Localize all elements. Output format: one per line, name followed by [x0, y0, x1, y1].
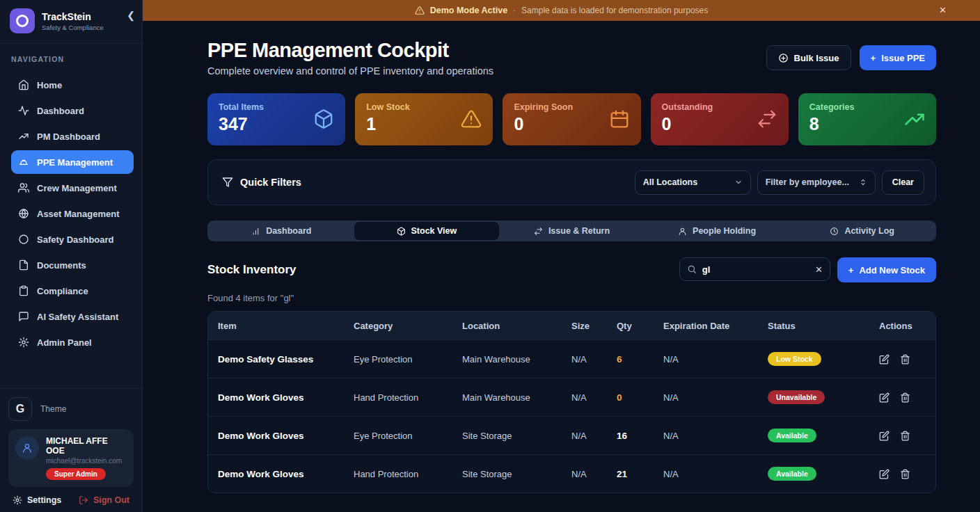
page-subtitle: Complete overview and control of PPE inv…	[207, 65, 493, 77]
clear-filters-button[interactable]: Clear	[882, 170, 924, 195]
view-tabs: Dashboard Stock View Issue & Return Peop…	[207, 221, 936, 241]
delete-button[interactable]	[900, 354, 910, 365]
person-icon	[678, 227, 687, 236]
sidebar-item-crew-management[interactable]: Crew Management	[11, 176, 134, 200]
cell-expiration: N/A	[663, 354, 768, 365]
stock-search[interactable]: ✕	[679, 257, 830, 281]
edit-button[interactable]	[879, 354, 890, 365]
cell-category: Hand Protection	[354, 469, 462, 479]
nav-label-ai-safety-assistant: AI Safety Assistant	[37, 312, 118, 322]
trash-icon	[900, 392, 910, 403]
banner-close-icon[interactable]: ✕	[939, 5, 947, 15]
col-expiration: Expiration Date	[663, 321, 768, 331]
add-new-stock-button[interactable]: + Add New Stock	[837, 257, 936, 282]
cell-qty: 6	[617, 354, 663, 365]
edit-button[interactable]	[879, 469, 890, 479]
sidebar-item-documents[interactable]: Documents	[11, 253, 134, 277]
status-badge: Available	[768, 467, 816, 481]
cell-location: Main Warehouse	[462, 354, 571, 365]
theme-label: Theme	[40, 404, 66, 414]
banner-message: Sample data is loaded for demonstration …	[521, 6, 708, 15]
bulk-issue-button[interactable]: Bulk Issue	[766, 45, 851, 70]
status-badge: Low Stock	[768, 352, 821, 366]
col-item: Item	[218, 321, 354, 331]
tab-activity-log[interactable]: Activity Log	[789, 222, 935, 240]
cell-location: Main Warehouse	[462, 392, 571, 403]
plus-circle-icon	[778, 53, 789, 63]
user-email: michael@trackstein.com	[46, 457, 127, 465]
col-size: Size	[571, 321, 617, 331]
banner-title: Demo Mode Active	[430, 6, 507, 15]
cell-category: Eye Protection	[354, 431, 462, 441]
edit-icon	[879, 469, 890, 479]
tab-people-holding[interactable]: People Holding	[645, 222, 790, 240]
calendar-icon	[609, 109, 630, 132]
page-title: PPE Management Cockpit	[207, 39, 493, 62]
chat-icon	[18, 311, 29, 322]
stat-low-stock: Low Stock 1	[355, 93, 493, 145]
page-header: PPE Management Cockpit Complete overview…	[207, 39, 936, 77]
stat-categories: Categories 8	[798, 93, 936, 145]
sidebar-item-dashboard[interactable]: Dashboard	[11, 99, 134, 122]
user-card[interactable]: MICHAEL AFFE OOE michael@trackstein.com …	[8, 429, 134, 487]
tab-stock-view[interactable]: Stock View	[354, 222, 500, 240]
brand: TrackStein Safety & Compliance ❮	[0, 0, 142, 44]
tab-dashboard[interactable]: Dashboard	[209, 222, 354, 240]
tab-label: Stock View	[411, 226, 457, 236]
cell-location: Site Storage	[462, 469, 571, 479]
sidebar-item-safety-dashboard[interactable]: Safety Dashboard	[11, 227, 134, 251]
stat-cards: Total Items 347 Low Stock 1	[207, 93, 936, 145]
tab-label: Activity Log	[844, 226, 894, 236]
cell-location: Site Storage	[462, 431, 571, 441]
edit-button[interactable]	[879, 431, 890, 441]
sidebar-item-home[interactable]: Home	[11, 73, 134, 97]
sidebar-footer: G Theme MICHAEL AFFE OOE michael@trackst…	[0, 388, 142, 512]
demo-banner: Demo Mode Active · Sample data is loaded…	[143, 0, 980, 21]
warning-icon	[415, 6, 425, 15]
sidebar-item-admin-panel[interactable]: Admin Panel	[11, 330, 134, 354]
sidebar-item-ai-safety-assistant[interactable]: AI Safety Assistant	[11, 305, 134, 328]
sidebar-item-compliance[interactable]: Compliance	[11, 279, 134, 303]
warning-icon	[461, 109, 482, 132]
avatar	[15, 436, 39, 460]
stock-search-input[interactable]	[702, 264, 809, 275]
delete-button[interactable]	[900, 431, 910, 441]
nav-label-crew-management: Crew Management	[37, 183, 117, 193]
home-icon	[18, 79, 29, 90]
sidebar-item-asset-management[interactable]: Asset Management	[11, 202, 134, 225]
trash-icon	[900, 469, 910, 479]
tab-issue-return[interactable]: Issue & Return	[499, 222, 645, 240]
nav-section-label: NAVIGATION	[11, 55, 134, 63]
edit-icon	[879, 431, 890, 441]
cell-item: Demo Work Gloves	[218, 431, 354, 441]
transfer-icon	[757, 109, 777, 132]
quick-filters-panel: Quick Filters All Locations Filter by em…	[207, 159, 936, 205]
edit-button[interactable]	[879, 392, 890, 403]
logout-icon	[79, 495, 88, 505]
sign-out-button[interactable]: Sign Out	[79, 495, 129, 505]
trending-icon	[18, 131, 29, 142]
settings-button[interactable]: Settings	[13, 495, 61, 505]
cell-size: N/A	[571, 469, 617, 479]
ring-icon	[18, 234, 29, 245]
sidebar-item-pm-dashboard[interactable]: PM Dashboard	[11, 125, 134, 148]
issue-ppe-button[interactable]: + Issue PPE	[860, 45, 936, 70]
activity-icon	[18, 105, 29, 116]
search-clear-icon[interactable]: ✕	[815, 264, 823, 275]
cell-expiration: N/A	[663, 469, 768, 479]
users-icon	[18, 182, 29, 193]
sidebar-item-ppe-management[interactable]: PPE Management	[11, 150, 134, 174]
employee-filter-select[interactable]: Filter by employee...	[757, 170, 876, 195]
location-select[interactable]: All Locations	[635, 170, 751, 195]
delete-button[interactable]	[900, 469, 910, 479]
sidebar-collapse-icon[interactable]: ❮	[127, 10, 135, 21]
sign-out-label: Sign Out	[93, 495, 129, 505]
brand-logo-icon	[10, 8, 35, 33]
sidebar-nav: NAVIGATION Home Dashboard PM Dashboard P…	[0, 44, 142, 388]
table-row: Demo Safety Glasses Eye Protection Main …	[208, 339, 935, 378]
delete-button[interactable]	[900, 392, 910, 403]
banner-separator: ·	[513, 6, 516, 15]
app-window: TrackStein Safety & Compliance ❮ NAVIGAT…	[0, 0, 980, 512]
bulk-issue-label: Bulk Issue	[794, 53, 839, 63]
theme-toggle[interactable]: G	[8, 397, 32, 421]
